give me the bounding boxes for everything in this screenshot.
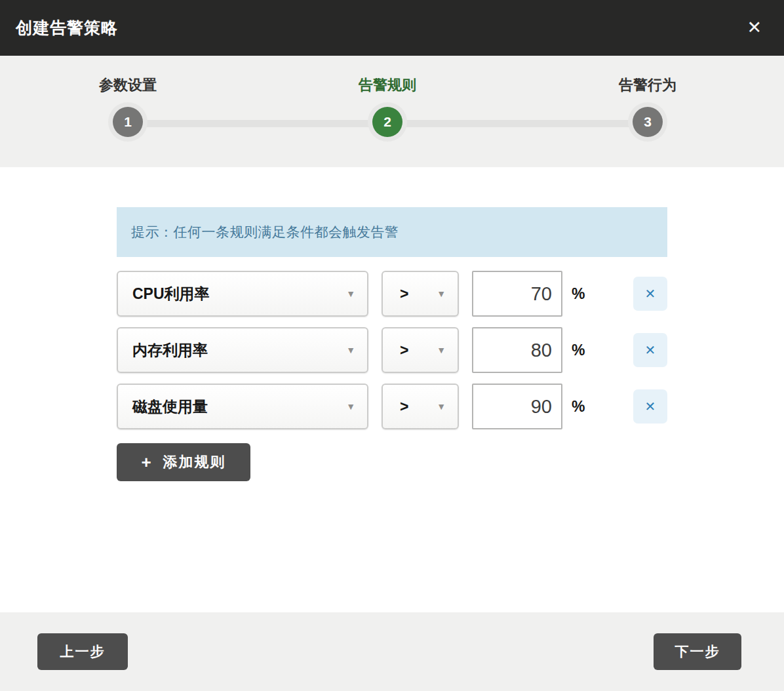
create-alert-policy-dialog: 创建告警策略 ✕ 参数设置 1 告警规则 2 告警行为 3 提示：任何一条规则满… [0,0,784,691]
step-label: 告警行为 [619,75,676,95]
add-rule-button[interactable]: + 添加规则 [117,443,250,481]
dialog-footer: 上一步 下一步 [0,612,784,691]
step-label: 参数设置 [99,75,157,95]
step-ring: 3 [628,102,667,142]
metric-select[interactable]: CPU利用率 ▼ [117,271,368,317]
previous-step-button[interactable]: 上一步 [37,633,128,670]
dialog-body: 提示：任何一条规则满足条件都会触发告警 CPU利用率 ▼ > ▼ % ✕ 内存利… [0,167,784,612]
wizard-stepper: 参数设置 1 告警规则 2 告警行为 3 [0,56,784,167]
threshold-input[interactable] [472,327,562,373]
chevron-down-icon: ▼ [346,402,355,411]
metric-select[interactable]: 磁盘使用量 ▼ [117,384,368,429]
remove-icon: ✕ [645,344,656,357]
remove-rule-button[interactable]: ✕ [633,277,667,311]
step-ring: 2 [368,102,407,142]
rule-row: 磁盘使用量 ▼ > ▼ % ✕ [117,384,667,429]
operator-select-value: > [400,285,408,303]
close-icon[interactable]: ✕ [743,16,766,39]
unit-label: % [572,398,585,416]
remove-icon: ✕ [645,287,656,300]
remove-rule-button[interactable]: ✕ [633,389,667,424]
hint-banner: 提示：任何一条规则满足条件都会触发告警 [117,207,667,257]
chevron-down-icon: ▼ [346,346,355,355]
threshold-input[interactable] [472,271,562,317]
remove-icon: ✕ [645,400,656,413]
metric-select-value: 磁盘使用量 [132,397,208,417]
operator-select[interactable]: > ▼ [382,327,459,373]
chevron-down-icon: ▼ [437,289,446,298]
remove-rule-button[interactable]: ✕ [633,333,667,367]
dialog-header: 创建告警策略 ✕ [0,0,784,56]
step-number-badge: 1 [113,107,143,137]
operator-select[interactable]: > ▼ [382,384,459,429]
unit-label: % [572,285,585,303]
step-alert-rules: 告警规则 2 [359,75,416,142]
step-label: 告警规则 [359,75,416,95]
metric-select[interactable]: 内存利用率 ▼ [117,327,368,373]
chevron-down-icon: ▼ [437,346,446,355]
operator-select-value: > [400,398,408,416]
chevron-down-icon: ▼ [437,402,446,411]
next-step-button[interactable]: 下一步 [654,633,741,670]
step-parameter-settings: 参数设置 1 [99,75,157,142]
rule-row: CPU利用率 ▼ > ▼ % ✕ [117,271,667,317]
plus-icon: + [141,454,151,471]
step-ring: 1 [108,102,147,142]
step-alert-actions: 告警行为 3 [619,75,676,142]
operator-select-value: > [400,342,408,359]
hint-text: 提示：任何一条规则满足条件都会触发告警 [131,223,399,241]
step-number-badge: 3 [633,107,663,137]
chevron-down-icon: ▼ [346,289,355,298]
add-rule-label: 添加规则 [163,452,226,472]
operator-select[interactable]: > ▼ [382,271,459,317]
metric-select-value: 内存利用率 [132,340,208,361]
step-number-badge: 2 [372,107,402,137]
unit-label: % [572,342,585,359]
metric-select-value: CPU利用率 [132,284,210,304]
rule-row: 内存利用率 ▼ > ▼ % ✕ [117,327,667,373]
dialog-title: 创建告警策略 [16,17,118,39]
threshold-input[interactable] [472,384,562,429]
